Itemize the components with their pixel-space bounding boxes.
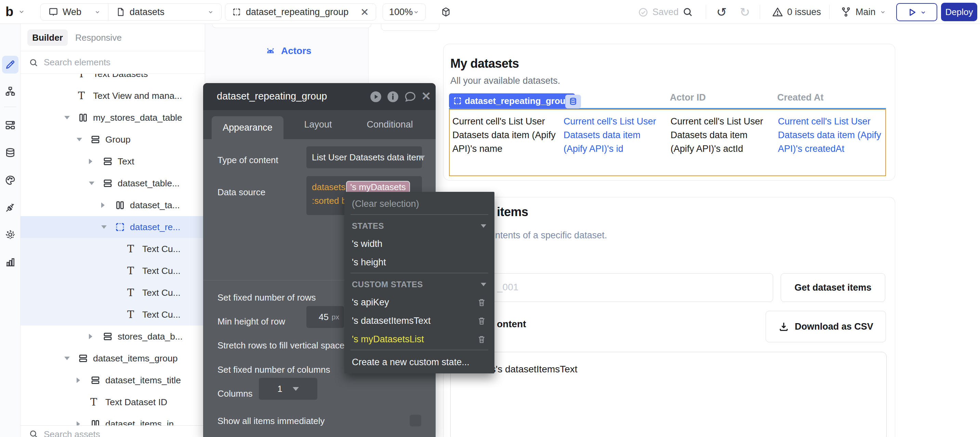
- tree-down-arrow-icon[interactable]: [101, 225, 115, 229]
- components-icon[interactable]: [5, 120, 16, 130]
- columns-select[interactable]: 1: [259, 378, 317, 400]
- tab-label: dataset_repeating_group: [246, 7, 348, 17]
- tree-item-text-cu[interactable]: TText Cu...: [21, 304, 205, 326]
- get-dataset-items-button[interactable]: Get dataset items: [781, 273, 885, 302]
- issues-button[interactable]: 0 issues: [772, 6, 821, 17]
- repeating-group-selection[interactable]: Current cell's List User Datasets data i…: [449, 109, 886, 176]
- search-icon[interactable]: [682, 6, 693, 17]
- dropdown-option--s-width[interactable]: 's width: [344, 235, 495, 253]
- tree-item-text-cu[interactable]: TText Cu...: [21, 282, 205, 304]
- divider: [760, 5, 760, 19]
- redo-icon[interactable]: ↻: [740, 5, 750, 19]
- tree-item-dataset-items-title[interactable]: dataset_items_title: [21, 369, 205, 391]
- data-source-badge[interactable]: [565, 95, 581, 108]
- zoom-selector[interactable]: 100%: [383, 3, 426, 21]
- tree-item-text[interactable]: Text: [21, 151, 205, 172]
- selected-element-badge[interactable]: dataset_repeating_group: [449, 93, 575, 108]
- tree-item-text-dataset-id[interactable]: TText Dataset ID: [21, 391, 205, 413]
- app-menu[interactable]: b: [5, 5, 25, 19]
- tab-layout[interactable]: Layout: [285, 110, 351, 139]
- info-icon[interactable]: [387, 90, 399, 103]
- download-csv-button[interactable]: Download as CSV: [765, 311, 886, 342]
- platform-selector[interactable]: Web: [41, 7, 108, 17]
- actors-nav-link[interactable]: Actors: [265, 45, 312, 57]
- dropdown-option--s-apikey[interactable]: 's apiKey: [344, 293, 495, 311]
- chevron-down-icon: [419, 156, 425, 159]
- tree-item-group[interactable]: Group: [21, 129, 205, 151]
- tree-right-arrow-icon[interactable]: [89, 159, 103, 164]
- tree-item-text-cu[interactable]: TText Cu...: [21, 238, 205, 260]
- table-cell-expression[interactable]: Current cell's List User Datasets data i…: [563, 114, 666, 156]
- divider: [829, 5, 830, 19]
- dropdown-create-custom-state[interactable]: Create a new custom state...: [344, 353, 495, 371]
- plugins-plug-icon[interactable]: [5, 202, 16, 213]
- tree-item-dataset-table[interactable]: dataset_table...: [21, 172, 205, 194]
- table-cell-expression[interactable]: Current cell's List User Datasets data i…: [452, 114, 565, 156]
- search-icon: [29, 429, 38, 437]
- dropdown-clear-selection[interactable]: (Clear selection): [344, 195, 495, 213]
- data-database-icon[interactable]: [5, 147, 16, 158]
- collapse-section-icon[interactable]: [481, 283, 486, 286]
- tab-conditional[interactable]: Conditional: [357, 110, 423, 139]
- min-height-input[interactable]: 45 px: [306, 306, 344, 328]
- property-editor-header[interactable]: dataset_repeating_group ✕: [203, 83, 436, 110]
- tree-item-dataset-ta[interactable]: dataset_ta...: [21, 194, 205, 216]
- tab-builder[interactable]: Builder: [27, 29, 68, 46]
- table-cell-expression[interactable]: Current cell's List User Datasets data i…: [671, 114, 773, 156]
- dataset-id-input[interactable]: _001: [465, 273, 773, 302]
- styles-palette-icon[interactable]: [5, 175, 16, 186]
- branch-selector[interactable]: Main: [840, 6, 886, 17]
- zoom-label: 100%: [389, 7, 413, 17]
- tree-right-arrow-icon[interactable]: [76, 378, 90, 383]
- search-elements-field[interactable]: Search elements: [21, 51, 205, 74]
- page-selector[interactable]: datasets: [108, 7, 221, 17]
- undo-icon[interactable]: ↺: [716, 5, 727, 19]
- component-cube-icon[interactable]: [441, 6, 451, 17]
- tree-item-text-cu[interactable]: TText Cu...: [21, 260, 205, 282]
- tree-item-label: Text Cu...: [142, 288, 181, 298]
- trash-icon[interactable]: [477, 316, 486, 326]
- tree-item-dataset-re[interactable]: dataset_re...: [21, 216, 205, 238]
- clipped-element-top-right: [381, 24, 439, 31]
- table-cell-expression[interactable]: Current cell's List User Datasets data i…: [778, 114, 888, 156]
- show-all-checkbox[interactable]: [410, 415, 421, 426]
- dropdown-option--s-datasetitemstext[interactable]: 's datasetItemsText: [344, 311, 495, 330]
- tree-down-arrow-icon[interactable]: [64, 116, 78, 119]
- trash-icon[interactable]: [477, 335, 486, 344]
- tree-right-arrow-icon[interactable]: [101, 202, 115, 208]
- preview-button[interactable]: [896, 3, 937, 21]
- design-pencil-icon[interactable]: [5, 59, 16, 70]
- collapse-section-icon[interactable]: [481, 224, 486, 228]
- deploy-button[interactable]: Deploy: [941, 3, 977, 21]
- tree-item-my-stores-data-table[interactable]: my_stores_data_table: [21, 107, 205, 129]
- workflow-sitemap-icon[interactable]: [5, 86, 16, 97]
- close-icon[interactable]: ✕: [421, 89, 434, 102]
- logs-chart-icon[interactable]: [5, 256, 16, 267]
- tab-responsive[interactable]: Responsive: [75, 29, 122, 46]
- close-icon[interactable]: ✕: [360, 6, 369, 18]
- preview-element-icon[interactable]: [369, 90, 382, 103]
- cols-element-icon: [78, 113, 93, 123]
- settings-gear-icon[interactable]: [5, 229, 16, 240]
- dropdown-option--s-height[interactable]: 's height: [344, 253, 495, 272]
- tab-appearance-label: Appearance: [223, 122, 272, 133]
- trash-icon[interactable]: [477, 298, 486, 307]
- get-dataset-items-label: Get dataset items: [794, 283, 871, 293]
- raw-content-box[interactable]: datasets's datasetItemsText: [450, 352, 887, 437]
- type-of-content-select[interactable]: List User Datasets data item: [306, 146, 422, 168]
- tree-item-text-view-and-mana[interactable]: TText View and mana...: [21, 85, 205, 107]
- tree-item-label: Text: [118, 156, 134, 167]
- search-assets-field[interactable]: Search assets: [21, 425, 205, 437]
- element-tab[interactable]: dataset_repeating_group ✕: [225, 3, 376, 21]
- tree-down-arrow-icon[interactable]: [76, 138, 90, 141]
- tab-appearance[interactable]: Appearance: [212, 116, 283, 139]
- tree-down-arrow-icon[interactable]: [89, 181, 103, 185]
- tree-item-dataset-items-group[interactable]: dataset_items_group: [21, 347, 205, 369]
- tree-item-label: Text View and mana...: [93, 91, 182, 101]
- tree-item-stores-data-b[interactable]: stores_data_b...: [21, 326, 205, 347]
- tree-down-arrow-icon[interactable]: [64, 357, 78, 360]
- dropdown-option--s-mydatasetslist[interactable]: 's myDatasetsList: [344, 330, 495, 348]
- tree-right-arrow-icon[interactable]: [89, 334, 103, 339]
- editor-nav-strip: [0, 24, 21, 437]
- comment-icon[interactable]: [404, 90, 417, 103]
